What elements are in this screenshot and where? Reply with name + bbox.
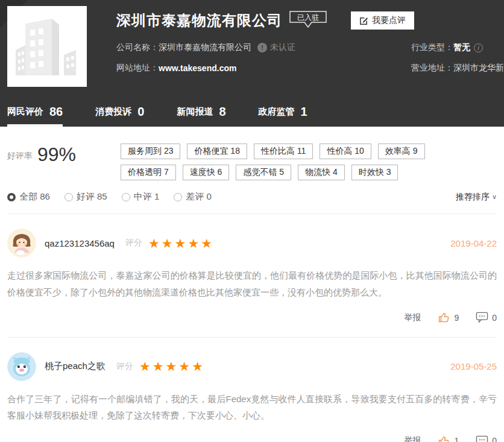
company-name-value: 深圳市泰嘉物流有限公司 xyxy=(159,42,251,53)
tab-count: 8 xyxy=(219,105,225,119)
comment-count: 0 xyxy=(492,436,497,442)
website-value[interactable]: www.takesend.com xyxy=(159,63,236,73)
tag-timely[interactable]: 时效快 3 xyxy=(351,165,398,180)
sort-dropdown[interactable]: 推荐排序 ∨ xyxy=(456,192,497,203)
tag-feels-good[interactable]: 感觉不错 5 xyxy=(236,165,291,180)
uncertified-icon: ! xyxy=(257,43,267,52)
tag-cheap-price[interactable]: 价格便宜 18 xyxy=(187,144,247,159)
tab-user-reviews[interactable]: 网民评价 86 xyxy=(7,96,63,127)
cert-status: 未认证 xyxy=(270,42,295,53)
info-icon[interactable]: i xyxy=(474,43,483,52)
write-review-label: 我要点评 xyxy=(372,15,406,26)
avatar xyxy=(7,352,36,381)
company-logo xyxy=(7,6,87,87)
tag-cost-effective[interactable]: 性价比高 11 xyxy=(254,144,313,159)
like-button[interactable]: 9 xyxy=(438,311,459,324)
filter-neutral[interactable]: 中评 1 xyxy=(122,191,160,203)
star-rating: ★★★★★ xyxy=(139,360,205,373)
comment-icon xyxy=(476,435,488,442)
reviewer-name[interactable]: qaz123123456aq xyxy=(45,238,115,248)
edit-icon xyxy=(359,16,368,25)
reviewer-name[interactable]: 桃子peach之歌 xyxy=(45,361,106,372)
thumbs-up-icon xyxy=(438,311,450,324)
tab-government-supervision[interactable]: 政府监管 1 xyxy=(259,96,307,127)
filter-all[interactable]: 全部 86 xyxy=(7,191,50,203)
industry-value: 暂无 xyxy=(453,42,470,53)
review-filter-row: 全部 86 好评 85 中评 1 差评 0 推荐排序 ∨ xyxy=(7,191,497,203)
tab-news-reports[interactable]: 新闻报道 8 xyxy=(177,96,225,127)
thumbs-up-icon xyxy=(438,435,450,442)
svg-text:已入驻: 已入驻 xyxy=(297,13,319,22)
address-row: 营业地址： 深圳市龙华新 xyxy=(411,63,504,74)
comment-button[interactable]: 0 xyxy=(476,435,497,442)
positive-rate-label: 好评率 xyxy=(7,151,33,162)
filter-label: 好评 85 xyxy=(77,191,107,203)
tag-good-service[interactable]: 服务周到 23 xyxy=(121,144,180,159)
radio-icon xyxy=(174,193,182,201)
score-label: 评分 xyxy=(116,361,133,372)
page-title: 深圳市泰嘉物流有限公司 xyxy=(116,11,282,30)
like-button[interactable]: 1 xyxy=(438,435,459,442)
filter-positive[interactable]: 好评 85 xyxy=(65,191,107,203)
industry-row: 行业类型： 暂无 i xyxy=(411,42,504,53)
star-rating: ★★★★★ xyxy=(148,237,214,250)
report-label: 举报 xyxy=(404,312,421,323)
tag-fast-logistics[interactable]: 物流快 4 xyxy=(298,165,345,180)
rating-summary: 好评率 99% 服务周到 23 价格便宜 18 性价比高 11 性价高 10 效… xyxy=(7,127,497,180)
write-review-button[interactable]: 我要点评 xyxy=(351,11,414,30)
website-row: 网站地址： www.takesend.com xyxy=(116,63,304,74)
comment-icon xyxy=(476,312,488,323)
company-header: 深圳市泰嘉物流有限公司 已入驻 我要点评 公司名称： 深圳市泰嘉物流有限公司 ! xyxy=(0,0,504,96)
tag-transparent-price[interactable]: 价格透明 7 xyxy=(121,165,176,180)
filter-label: 中评 1 xyxy=(134,191,160,203)
tag-fast-speed[interactable]: 速度快 6 xyxy=(183,165,230,180)
tab-label: 网民评价 xyxy=(7,106,43,118)
radio-icon xyxy=(65,193,73,201)
radio-icon xyxy=(7,193,16,201)
review-item: 桃子peach之歌 评分 ★★★★★ 2019-05-25 合作了三年了，记得有… xyxy=(7,338,497,442)
tab-count: 0 xyxy=(137,105,144,119)
report-label: 举报 xyxy=(404,435,421,442)
radio-icon xyxy=(122,193,130,201)
positive-rate-value: 99% xyxy=(37,144,89,166)
score-label: 评分 xyxy=(125,238,142,248)
address-value: 深圳市龙华新 xyxy=(453,63,504,74)
tab-consumer-complaints[interactable]: 消费投诉 0 xyxy=(95,96,144,127)
sort-label: 推荐排序 xyxy=(456,192,490,203)
filter-negative[interactable]: 差评 0 xyxy=(174,191,212,203)
building-icon xyxy=(14,13,80,80)
like-count: 9 xyxy=(454,313,459,323)
review-text: 走过很多家国际物流公司，泰嘉这家公司的价格算是比较便宜的，他们最有价格优势的是国… xyxy=(7,267,497,301)
settled-badge: 已入驻 xyxy=(289,11,327,30)
website-label: 网站地址： xyxy=(116,63,159,74)
review-item: qaz123123456aq 评分 ★★★★★ 2019-04-22 走过很多家… xyxy=(7,214,497,326)
address-label: 营业地址： xyxy=(411,63,453,74)
report-button[interactable]: 举报 xyxy=(404,435,421,442)
tab-label: 新闻报道 xyxy=(177,106,213,118)
review-date: 2019-04-22 xyxy=(450,238,497,248)
tag-efficient[interactable]: 效率高 9 xyxy=(378,144,425,159)
tab-count: 86 xyxy=(49,105,63,119)
industry-label: 行业类型： xyxy=(411,42,453,53)
filter-label: 差评 0 xyxy=(186,191,212,203)
comment-count: 0 xyxy=(492,313,497,323)
company-name-label: 公司名称： xyxy=(116,42,159,53)
tab-count: 1 xyxy=(301,105,307,119)
tag-good-value[interactable]: 性价高 10 xyxy=(320,144,371,159)
filter-label: 全部 86 xyxy=(19,191,50,203)
tab-bar: 网民评价 86 消费投诉 0 新闻报道 8 政府监管 1 xyxy=(0,96,504,127)
chevron-down-icon: ∨ xyxy=(492,193,497,201)
comment-button[interactable]: 0 xyxy=(476,312,497,323)
tab-label: 政府监管 xyxy=(259,106,295,118)
review-date: 2019-05-25 xyxy=(450,361,497,371)
avatar xyxy=(7,229,36,257)
company-name-row: 公司名称： 深圳市泰嘉物流有限公司 ! 未认证 xyxy=(116,42,304,53)
like-count: 1 xyxy=(454,436,459,442)
review-tags: 服务周到 23 价格便宜 18 性价比高 11 性价高 10 效率高 9 价格透… xyxy=(121,144,470,180)
review-text: 合作了三年了，记得有一个邮编填错了，我的天，最后Fedex竟然与收件人直接联系，… xyxy=(7,391,497,425)
report-button[interactable]: 举报 xyxy=(404,312,421,323)
tab-label: 消费投诉 xyxy=(95,106,131,118)
